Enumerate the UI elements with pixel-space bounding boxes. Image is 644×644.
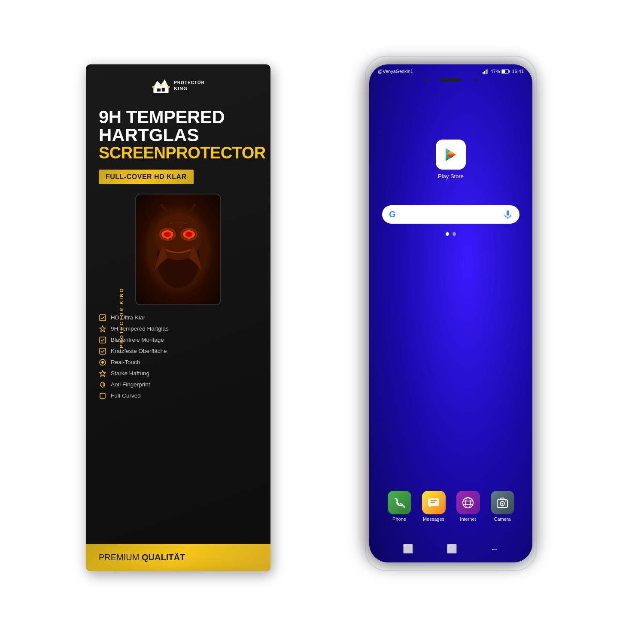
headline-line2: HARTGLAS (99, 126, 258, 144)
svg-line-16 (161, 204, 170, 215)
product-box: PROTECTOR KING PROTECTOR KING (86, 64, 270, 571)
svg-point-3 (160, 84, 162, 86)
feature-icon-2 (99, 325, 106, 333)
feature-icon-8 (99, 392, 106, 400)
svg-point-12 (164, 232, 171, 237)
feature-real-touch: Real-Touch (99, 358, 258, 366)
phone-device-container: @VenyaGeskin1 47% (352, 56, 550, 580)
svg-point-2 (152, 86, 155, 88)
premium-word: PREMIUM (99, 553, 139, 562)
premium-label: PREMIUM QUALITÄT (99, 553, 185, 562)
logo-king: KING (174, 85, 205, 91)
feature-icon-6 (99, 370, 106, 377)
feature-text-1: HD Ultra-Klar (111, 314, 145, 321)
feature-icon-1 (99, 314, 106, 322)
svg-rect-18 (100, 315, 106, 321)
feature-icon-5 (99, 358, 106, 366)
feature-starke-haftung: Starke Haftung (99, 370, 258, 377)
svg-line-24 (102, 339, 104, 341)
svg-point-29 (101, 361, 104, 364)
svg-point-13 (185, 232, 192, 237)
headline-line1: 9H TEMPERED (99, 108, 258, 126)
features-list: HD Ultra-Klar 9H Tempered Hartglas Blase… (86, 310, 270, 544)
feature-text-7: Anti Fingerprint (111, 381, 150, 388)
product-image (135, 194, 221, 305)
feature-anti-fingerprint: Anti Fingerprint (99, 381, 258, 389)
logo-protector: PROTECTOR (174, 80, 205, 85)
svg-point-4 (167, 86, 170, 88)
brand-logo: PROTECTOR KING (152, 76, 205, 95)
feature-icon-4 (99, 347, 106, 355)
svg-rect-6 (162, 88, 165, 91)
crown-icon (152, 76, 170, 95)
creature-bg (136, 194, 220, 304)
product-scene: PROTECTOR KING PROTECTOR KING (86, 43, 558, 601)
svg-marker-30 (100, 371, 106, 377)
svg-line-20 (102, 316, 104, 319)
feature-text-5: Real-Touch (111, 359, 140, 365)
feature-text-6: Starke Haftung (111, 370, 149, 377)
svg-line-17 (187, 204, 195, 215)
feature-icon-7 (99, 381, 106, 389)
box-bottom-gold: PREMIUM QUALITÄT (86, 544, 270, 571)
screen-protector-glass (365, 56, 537, 571)
hd-klar-badge: FULL-COVER HD KLAR (99, 170, 194, 184)
phone-body: @VenyaGeskin1 47% (352, 56, 550, 580)
box-top-area: PROTECTOR KING (86, 64, 270, 102)
feature-icon-3 (99, 336, 106, 344)
box-headline: 9H TEMPERED HARTGLAS SCREENPROTECTOR (86, 102, 270, 164)
svg-rect-0 (154, 87, 169, 93)
svg-line-27 (102, 350, 104, 352)
svg-rect-22 (100, 337, 106, 343)
feature-full-curved: Full-Curved (99, 392, 258, 400)
box-side-text: PROTECTOR KING (119, 287, 124, 348)
logo-text: PROTECTOR KING (174, 80, 205, 91)
feature-text-8: Full-Curved (111, 392, 141, 399)
svg-rect-5 (157, 88, 161, 91)
creature-illustration (144, 202, 213, 297)
qualitat-word: QUALITÄT (142, 553, 185, 562)
headline-line3: SCREENPROTECTOR (99, 144, 258, 162)
badge-text: FULL-COVER HD KLAR (106, 173, 187, 180)
svg-rect-25 (100, 348, 106, 354)
svg-marker-21 (100, 326, 106, 332)
feature-kratzfest: Kratzfeste Oberfläche (99, 347, 258, 355)
feature-text-4: Kratzfeste Oberfläche (111, 348, 167, 354)
